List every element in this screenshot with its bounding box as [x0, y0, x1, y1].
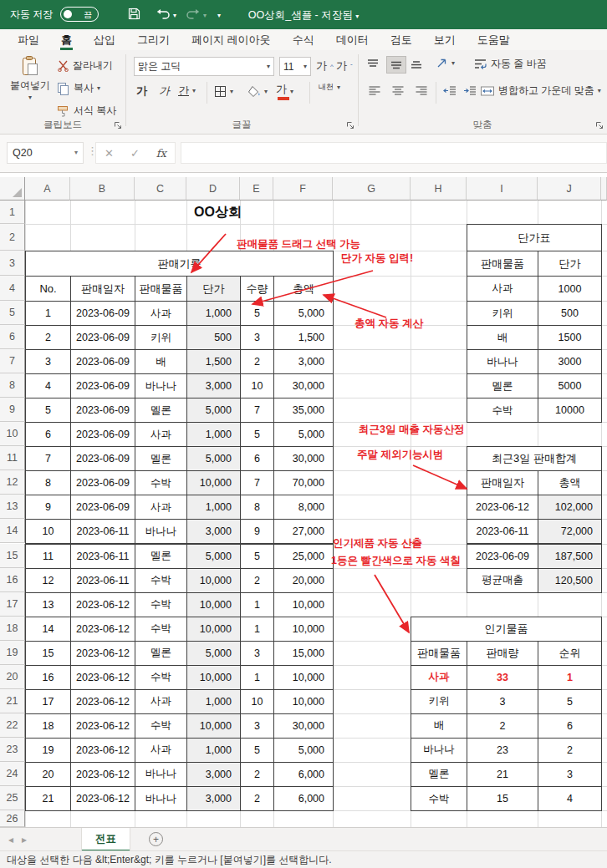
row-header-5[interactable]: 5 [0, 301, 25, 325]
sales-cell-18-0[interactable]: 19 [25, 738, 71, 763]
row-header-1[interactable]: 1 [0, 201, 25, 224]
sales-cell-18-4[interactable]: 5 [240, 738, 274, 763]
sales-table-title[interactable]: 판매기록 [25, 251, 334, 277]
price-cell-1-0[interactable]: 키위 [467, 301, 538, 326]
sales-cell-4-0[interactable]: 5 [25, 398, 71, 423]
sales-cell-15-1[interactable]: 2023-06-12 [70, 665, 135, 690]
column-header-E[interactable]: E [240, 177, 273, 201]
sales-cell-20-4[interactable]: 2 [240, 786, 274, 811]
sales-cell-5-1[interactable]: 2023-06-09 [70, 422, 135, 447]
increase-indent-button[interactable] [463, 85, 477, 96]
sales-cell-11-2[interactable]: 수박 [135, 568, 187, 593]
sales-cell-15-3[interactable]: 10,000 [186, 665, 241, 690]
sales-cell-0-0[interactable]: 1 [25, 301, 71, 326]
sheet-nav-arrows-icon[interactable]: ◂▸ [8, 834, 35, 845]
sales-cell-7-3[interactable]: 10,000 [186, 470, 241, 495]
menu-tab-9[interactable]: 도움말 [467, 29, 521, 50]
sales-cell-8-2[interactable]: 사과 [135, 495, 187, 520]
sales-cell-5-4[interactable]: 5 [240, 422, 274, 447]
font-color-button[interactable]: 가 ▾ [276, 82, 293, 101]
sales-cell-8-4[interactable]: 8 [240, 495, 274, 520]
recent-header-0[interactable]: 판매일자 [467, 470, 538, 495]
sales-cell-17-2[interactable]: 수박 [135, 713, 187, 739]
row-header-11[interactable]: 11 [0, 446, 25, 470]
menu-tab-1[interactable]: 홈 [50, 29, 83, 50]
popular-cell-2-2[interactable]: 6 [538, 713, 602, 739]
price-cell-4-0[interactable]: 멜론 [467, 373, 538, 398]
sales-cell-4-2[interactable]: 멜론 [135, 398, 187, 423]
recent-cell-2-0[interactable]: 2023-06-09 [467, 544, 538, 569]
price-cell-3-1[interactable]: 3000 [538, 349, 602, 374]
sales-cell-14-2[interactable]: 멜론 [135, 641, 187, 666]
sales-cell-5-5[interactable]: 5,000 [273, 422, 334, 447]
sales-cell-7-0[interactable]: 8 [25, 470, 71, 495]
row-header-15[interactable]: 15 [0, 544, 25, 568]
insert-function-icon[interactable]: fx [156, 147, 166, 160]
sales-cell-2-1[interactable]: 2023-06-09 [70, 349, 135, 374]
sales-cell-7-2[interactable]: 수박 [135, 470, 187, 495]
sales-cell-13-0[interactable]: 14 [25, 617, 71, 642]
sales-cell-20-1[interactable]: 2023-06-12 [70, 786, 135, 811]
recent-cell-0-0[interactable]: 2023-06-12 [467, 495, 538, 520]
row-header-4[interactable]: 4 [0, 276, 25, 301]
sales-cell-19-1[interactable]: 2023-06-12 [70, 762, 135, 787]
bold-button[interactable]: 가 [136, 84, 147, 99]
sales-cell-12-3[interactable]: 10,000 [186, 592, 241, 617]
popular-cell-5-1[interactable]: 15 [467, 786, 538, 811]
sales-cell-3-4[interactable]: 10 [240, 373, 274, 398]
sales-cell-4-1[interactable]: 2023-06-09 [70, 398, 135, 423]
sales-cell-18-2[interactable]: 사과 [135, 738, 187, 763]
sales-cell-10-3[interactable]: 5,000 [186, 544, 241, 569]
sales-cell-1-0[interactable]: 2 [25, 325, 71, 350]
sales-cell-1-5[interactable]: 1,500 [273, 325, 334, 350]
sales-cell-6-1[interactable]: 2023-06-09 [70, 446, 135, 471]
column-header-A[interactable]: A [25, 177, 70, 201]
sales-cell-0-2[interactable]: 사과 [135, 301, 187, 326]
recent-header-1[interactable]: 총액 [538, 470, 602, 495]
add-sheet-button[interactable]: + [149, 832, 163, 846]
sales-cell-13-2[interactable]: 수박 [135, 617, 187, 642]
sales-cell-16-3[interactable]: 1,000 [186, 689, 241, 714]
row-header-22[interactable]: 22 [0, 713, 25, 738]
sales-cell-9-0[interactable]: 10 [25, 519, 71, 544]
row-header-16[interactable]: 16 [0, 568, 25, 592]
align-bottom-button[interactable] [410, 58, 423, 69]
price-cell-5-0[interactable]: 수박 [467, 398, 538, 423]
sales-cell-17-3[interactable]: 10,000 [186, 713, 241, 739]
row-header-9[interactable]: 9 [0, 398, 25, 422]
sales-cell-15-5[interactable]: 10,000 [273, 665, 334, 690]
sales-cell-18-1[interactable]: 2023-06-12 [70, 738, 135, 763]
sales-cell-10-5[interactable]: 25,000 [273, 544, 334, 569]
sales-cell-6-2[interactable]: 멜론 [135, 446, 187, 471]
price-header-0[interactable]: 판매물품 [467, 251, 538, 277]
recent-cell-2-1[interactable]: 187,500 [538, 544, 602, 569]
sales-cell-3-3[interactable]: 3,000 [186, 373, 241, 398]
sales-cell-6-5[interactable]: 30,000 [273, 446, 334, 471]
sales-cell-8-1[interactable]: 2023-06-09 [70, 495, 135, 520]
row-header-12[interactable]: 12 [0, 470, 25, 495]
sales-header-1[interactable]: 판매일자 [70, 276, 135, 302]
sales-cell-9-5[interactable]: 27,000 [273, 519, 334, 544]
orientation-button[interactable]: ▾ [436, 57, 455, 69]
sales-cell-9-1[interactable]: 2023-06-11 [70, 519, 135, 544]
sales-cell-10-1[interactable]: 2023-06-11 [70, 544, 135, 569]
format-painter-button[interactable]: 서식 복사 [57, 104, 116, 118]
row-header-20[interactable]: 20 [0, 665, 25, 689]
recent-cell-0-1[interactable]: 102,000 [538, 495, 602, 520]
popular-header-0[interactable]: 판매물품 [411, 641, 467, 666]
sales-cell-16-2[interactable]: 사과 [135, 689, 187, 714]
sales-cell-15-4[interactable]: 1 [240, 665, 274, 690]
sales-cell-6-0[interactable]: 7 [25, 446, 71, 471]
menu-tab-4[interactable]: 페이지 레이아웃 [181, 29, 282, 50]
sales-cell-15-2[interactable]: 수박 [135, 665, 187, 690]
price-header-1[interactable]: 단가 [538, 251, 602, 277]
sales-cell-20-0[interactable]: 21 [25, 786, 71, 811]
sales-cell-5-2[interactable]: 사과 [135, 422, 187, 447]
row-header-23[interactable]: 23 [0, 738, 25, 762]
sales-cell-12-5[interactable]: 10,000 [273, 592, 334, 617]
popular-cell-3-1[interactable]: 23 [467, 738, 538, 763]
underline-button[interactable]: 간 ▾ [178, 84, 196, 99]
sales-cell-4-5[interactable]: 35,000 [273, 398, 334, 423]
sales-cell-2-0[interactable]: 3 [25, 349, 71, 374]
sales-cell-19-3[interactable]: 3,000 [186, 762, 241, 787]
